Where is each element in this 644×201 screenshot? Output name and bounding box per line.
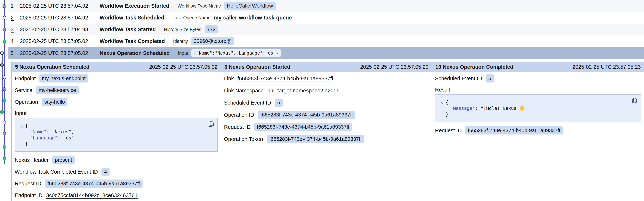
event-attr-label: Identity (173, 39, 188, 44)
event-row-1[interactable]: 1 2025-02-25 UTC 23:57:04.92 Workflow Ex… (8, 0, 644, 12)
event-state-dot-green (2, 98, 6, 102)
field-operation: Operation say-hello (15, 98, 218, 106)
json-key: "Message" (450, 106, 475, 111)
field-label: Input (15, 110, 26, 116)
field-service: Service my-hello-service (15, 86, 218, 94)
field-label: Link Namespace (224, 88, 264, 94)
panel-nexus-operation-completed: 10 Nexus Operation Completed 2025-02-25 … (432, 62, 644, 201)
field-operation-id: Operation ID f665283f-743e-4374-b45b-9a6… (224, 111, 429, 119)
event-row-4[interactable]: 4 2025-02-25 UTC 23:57:05.02 Workflow Ta… (8, 35, 644, 47)
event-id-link[interactable]: 5 (8, 50, 20, 56)
timeline-branch-line (2, 53, 2, 112)
field-label: Link (224, 76, 234, 82)
panel-header: 5 Nexus Operation Scheduled 2025-02-25 U… (12, 62, 221, 72)
field-value-badge: my-nexus-endpoint (40, 74, 88, 83)
field-label: Nexus Header (15, 157, 48, 163)
panel-body: Scheduled Event ID 5 Result { "Message":… (432, 72, 644, 135)
event-state-dot-light (2, 121, 6, 124)
panel-nexus-operation-scheduled: 5 Nexus Operation Scheduled 2025-02-25 U… (12, 62, 221, 201)
task-queue-link[interactable]: my-caller-workflow-task-queue (214, 15, 292, 21)
field-value-badge: 4 (102, 168, 110, 176)
panel-header: 6 Nexus Operation Started 2025-02-25 UTC… (221, 62, 432, 72)
field-link: Link f665283f-743e-4374-b45b-9a61a89337f… (224, 74, 429, 83)
event-state-dot-green (0, 110, 4, 114)
field-value-badge: 5 (275, 99, 283, 107)
panel-title: 10 Nexus Operation Completed (436, 64, 513, 70)
code-line: "Name": "Nexus", (15, 129, 204, 135)
field-label: Result (435, 87, 450, 93)
event-state-dot-light (2, 16, 6, 20)
input-json-viewer: { "Name": "Nexus", "Language": "es" } (15, 118, 218, 152)
field-label: Endpoint (15, 76, 36, 82)
code-line: { (15, 123, 204, 129)
event-name: Workflow Execution Started (100, 3, 169, 9)
panel-nexus-operation-started: 6 Nexus Operation Started 2025-02-25 UTC… (221, 62, 432, 201)
event-row-2[interactable]: 2 2025-02-25 UTC 23:57:04.92 Workflow Ta… (8, 12, 644, 24)
panel-body: Endpoint my-nexus-endpoint Service my-he… (12, 72, 221, 199)
field-value-badge: f665283f-743e-4374-b45b-9a61a89337ff (45, 179, 142, 187)
timeline-main-line (4, 0, 5, 164)
event-input-json-badge: {"Name":"Nexus","Language":"es"} (191, 49, 280, 57)
event-timestamp: 2025-02-25 UTC 23:57:04.92 (20, 3, 100, 9)
event-id-link[interactable]: 1 (8, 3, 20, 9)
result-json-viewer: { "Message": "¡Hola! Nexus 👋" } (435, 94, 641, 122)
event-id-link[interactable]: 4 (8, 38, 20, 44)
code-line: } (15, 141, 204, 147)
field-value-badge: f665283f-743e-4374-b45b-9a61a89337ff (258, 111, 356, 119)
event-id-link[interactable]: 2 (8, 15, 20, 21)
field-label: Operation (15, 99, 38, 105)
panel-body: Link f665283f-743e-4374-b45b-9a61a89337f… (221, 72, 432, 143)
field-label: Request ID (15, 181, 41, 187)
event-history-list: 1 2025-02-25 UTC 23:57:04.92 Workflow Ex… (8, 0, 644, 59)
field-endpoint: Endpoint my-nexus-endpoint (15, 74, 218, 83)
event-name: Workflow Task Completed (100, 38, 165, 44)
field-value-badge: say-hello (42, 98, 67, 106)
field-result-label: Result (435, 86, 641, 93)
event-attr-label: Workflow Type Name (178, 3, 221, 9)
field-endpoint-id: Endpoint ID 3c0c75ccfa8144b092c13ce63246… (15, 191, 218, 199)
link-namespace-link[interactable]: phil-target-namespace2.a2dd6 (267, 88, 340, 94)
field-value-badge: f665283f-743e-4374-b45b-9a61a89337ff (254, 123, 352, 131)
event-name: Workflow Task Scheduled (100, 15, 164, 21)
event-timestamp: 2025-02-25 UTC 23:57:05.02 (20, 50, 100, 56)
field-label: Request ID (435, 127, 462, 134)
event-timeline-graph (0, 0, 8, 201)
copy-icon (208, 121, 214, 128)
panel-timestamp: 2025-02-25 UTC 23:57:05.23 (572, 64, 641, 70)
endpoint-id-link[interactable]: 3c0c75ccfa8144b092c13ce632463761 (46, 192, 138, 198)
json-value: "Nexus" (52, 129, 71, 134)
field-value-badge: 5 (486, 74, 494, 83)
event-row-5-selected[interactable]: 5 2025-02-25 UTC 23:57:05.02 Nexus Opera… (8, 47, 644, 59)
field-value-badge: f665283f-743e-4374-b45b-9a61a89337ff (465, 126, 563, 134)
field-value-badge: my-hello-service (36, 86, 79, 94)
event-row-3[interactable]: 3 2025-02-25 UTC 23:57:04.93 Workflow Ta… (8, 24, 644, 35)
field-scheduled-event-id: Scheduled Event ID 5 (435, 74, 641, 83)
field-label: Operation Token (224, 136, 263, 142)
field-operation-token: Operation Token f665283f-743e-4374-b45b-… (224, 135, 429, 143)
code-line: } (436, 111, 628, 117)
field-label: Scheduled Event ID (224, 100, 271, 106)
copy-icon (631, 97, 638, 104)
event-state-dot-gray (2, 28, 6, 31)
link-event-link[interactable]: f665283f-743e-4374-b45b-9a61a89337ff (238, 76, 333, 82)
event-attr-label: History Size Bytes (164, 27, 201, 32)
event-name: Workflow Task Started (100, 27, 156, 33)
event-state-dot-gray (0, 63, 4, 67)
field-workflow-task-completed-event-id: Workflow Task Completed Event ID 4 (15, 167, 218, 176)
event-id-link[interactable]: 3 (8, 27, 20, 33)
json-value: "es" (63, 135, 74, 141)
event-state-dot-gray (2, 132, 6, 135)
field-request-id: Request ID f665283f-743e-4374-b45b-9a61a… (224, 123, 429, 131)
copy-button[interactable] (631, 97, 638, 104)
field-request-id: Request ID f665283f-743e-4374-b45b-9a61a… (435, 126, 641, 135)
event-state-dot-green (2, 157, 6, 161)
event-timestamp: 2025-02-25 UTC 23:57:04.93 (20, 27, 100, 33)
copy-button[interactable] (208, 121, 214, 128)
field-scheduled-event-id: Scheduled Event ID 5 (224, 98, 429, 107)
event-timestamp: 2025-02-25 UTC 23:57:05.02 (20, 38, 100, 44)
event-detail-panels: 5 Nexus Operation Scheduled 2025-02-25 U… (12, 62, 644, 201)
code-line: { (436, 99, 628, 105)
field-label: Service (15, 87, 32, 93)
field-input-label: Input (15, 109, 218, 117)
code-line: "Message": "¡Hola! Nexus 👋" (436, 105, 628, 111)
